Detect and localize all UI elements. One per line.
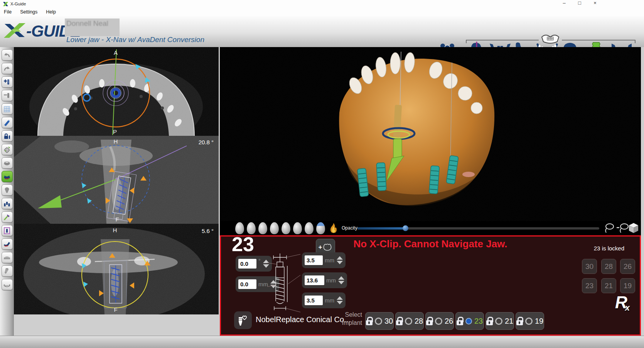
- grid-icon[interactable]: [2, 103, 13, 115]
- x-guide-app: X-Guide – □ × File Settings Help -GUIDE …: [0, 0, 644, 348]
- menu-file[interactable]: File: [4, 9, 12, 15]
- implant-lock-21[interactable]: 21: [486, 312, 514, 330]
- tooth-grid-28[interactable]: 28: [601, 259, 616, 274]
- spin-up-button[interactable]: [337, 296, 343, 300]
- close-button[interactable]: ×: [592, 0, 598, 6]
- header: -GUIDE Donnell Neal Lower jaw - X-Nav w/…: [0, 16, 644, 47]
- axial-view[interactable]: A P: [14, 47, 219, 136]
- opacity-slider-thumb[interactable]: [403, 225, 408, 231]
- spin-down-button[interactable]: [338, 281, 344, 284]
- radio-icon: [375, 318, 382, 325]
- tooth-grid-19[interactable]: 19: [620, 278, 635, 293]
- lock-icon: [396, 317, 403, 325]
- head-preset-cap-icon[interactable]: [316, 222, 325, 234]
- radio-icon: [435, 318, 442, 325]
- menu-settings[interactable]: Settings: [20, 9, 37, 15]
- favorite-implant-button[interactable]: [234, 311, 252, 329]
- tooth-grid-23[interactable]: 23: [582, 278, 597, 293]
- platform-diameter-input[interactable]: [305, 255, 323, 265]
- axial-label-bottom: P: [113, 128, 117, 135]
- probe-icon[interactable]: [2, 211, 13, 223]
- undo-icon[interactable]: [2, 49, 13, 61]
- tooth-tool-icon[interactable]: [2, 184, 13, 196]
- apex-diameter-input[interactable]: [305, 296, 323, 305]
- spin-up-button[interactable]: [338, 276, 344, 280]
- implant-lock-19[interactable]: 19: [516, 312, 544, 330]
- lasso-remove-icon[interactable]: [616, 223, 629, 235]
- length-field: mm: [302, 272, 347, 288]
- spin-down-button[interactable]: [337, 261, 343, 264]
- cross-angle: 20.8 °: [199, 139, 214, 145]
- tangential-view[interactable]: H F 5.6 °: [14, 224, 219, 314]
- tooth-grid-21[interactable]: 21: [601, 278, 616, 293]
- orient-icon[interactable]: [2, 144, 13, 155]
- tangential-label-top: H: [113, 227, 117, 233]
- case-subtitle: Lower jaw - X-Nav w/ AvaDent Conversion: [66, 35, 204, 44]
- spin-up-button[interactable]: [337, 256, 343, 260]
- jaw-profile-tool-icon[interactable]: [2, 238, 13, 250]
- add-implant-icon[interactable]: [2, 76, 13, 88]
- crown-icon: [322, 243, 332, 252]
- spin-down-button[interactable]: [337, 301, 343, 304]
- head-preset-icon[interactable]: [258, 222, 267, 234]
- implant-box-icon[interactable]: [2, 225, 13, 236]
- head-preset-icon[interactable]: [293, 222, 302, 234]
- implant-lock-26[interactable]: 26: [425, 312, 454, 330]
- cross-label-top: H: [114, 138, 118, 145]
- opacity-slider[interactable]: [357, 227, 599, 230]
- radio-icon: [525, 318, 533, 325]
- navigation-warning: No X-Clip. Cannot Navigate Jaw.: [221, 238, 640, 250]
- implant-lock-30[interactable]: 30: [365, 312, 394, 330]
- lock-icon: [366, 317, 373, 325]
- implant-lock-28[interactable]: 28: [395, 312, 424, 330]
- menu-help[interactable]: Help: [46, 9, 56, 15]
- opacity-label: Opacity: [342, 225, 357, 231]
- redo-icon[interactable]: [2, 63, 13, 74]
- head-preset-icon[interactable]: [270, 222, 279, 234]
- measure-icon[interactable]: [2, 117, 13, 128]
- minimize-button[interactable]: –: [561, 0, 567, 6]
- implant-lock-23[interactable]: 23: [455, 312, 484, 330]
- remove-implant-icon[interactable]: [2, 90, 13, 101]
- right-column: Opacity 23 No X-Clip. Cannot Navigate Ja…: [220, 47, 641, 336]
- screw-icon[interactable]: [2, 265, 13, 277]
- denture-icon[interactable]: [2, 279, 13, 290]
- angle-input[interactable]: [238, 259, 256, 269]
- lock-number: 26: [445, 317, 453, 326]
- pan-jaw-icon[interactable]: [2, 157, 13, 169]
- ct-view-column: A P H F: [14, 47, 219, 314]
- head-preset-icon[interactable]: [282, 222, 290, 234]
- head-preset-icon[interactable]: [305, 222, 314, 234]
- jaw-3d-render[interactable]: [220, 47, 641, 221]
- select-implant-label: Select Implant: [324, 311, 362, 327]
- implant-diagram: [266, 251, 301, 317]
- maximize-button[interactable]: □: [577, 0, 583, 6]
- lock-icon: [426, 317, 433, 325]
- depth-input[interactable]: [238, 279, 256, 289]
- render-controls-row: Opacity: [220, 221, 641, 235]
- jaw-active-icon[interactable]: [2, 171, 13, 182]
- cross-section-view[interactable]: H F 20.8 °: [14, 136, 219, 224]
- radio-icon: [405, 318, 412, 325]
- angle-unit: °: [258, 258, 261, 264]
- lock-number: 23: [474, 317, 483, 326]
- multi-implant-icon[interactable]: [2, 198, 13, 209]
- jaw-model-icon[interactable]: [2, 252, 13, 263]
- cube-icon[interactable]: [629, 223, 639, 235]
- radio-selected-icon: [465, 318, 472, 324]
- lock-icon: [457, 317, 463, 325]
- lock-implant-icon[interactable]: [2, 130, 13, 142]
- lock-number: 19: [535, 317, 543, 326]
- lock-number: 30: [384, 317, 393, 326]
- tooth-grid-30[interactable]: 30: [582, 259, 597, 274]
- title-bar: X-Guide – □ ×: [0, 0, 644, 8]
- flame-icon[interactable]: [329, 223, 338, 235]
- lock-number: 28: [415, 317, 423, 326]
- tooth-grid-26[interactable]: 26: [620, 259, 635, 274]
- length-input[interactable]: [305, 275, 324, 285]
- axial-label-top: A: [114, 49, 118, 56]
- lock-icon: [516, 317, 523, 325]
- patient-name: Donnell Neal: [65, 19, 120, 29]
- lasso-icon[interactable]: [603, 223, 615, 235]
- bottom-strip: [0, 336, 644, 348]
